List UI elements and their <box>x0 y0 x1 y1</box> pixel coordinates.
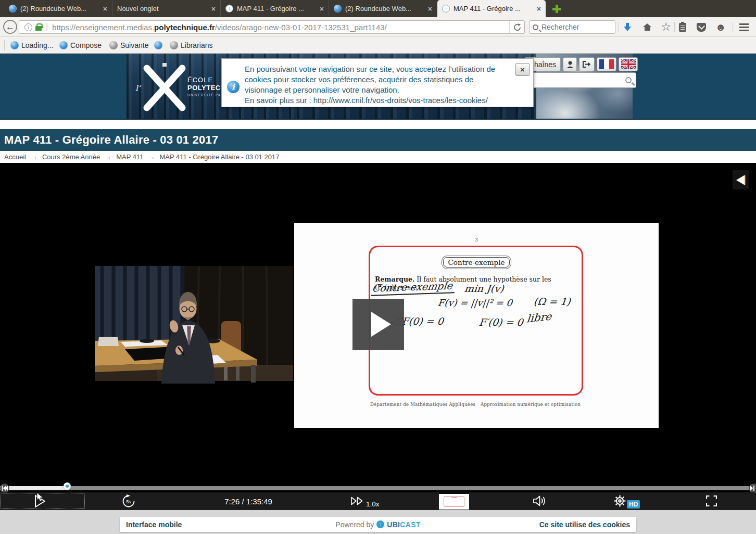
fast-forward-icon <box>351 497 363 505</box>
collapse-arrow-icon <box>734 173 748 187</box>
bookmark-loading[interactable]: Loading... <box>10 37 54 54</box>
arrow-icon: → <box>148 153 155 161</box>
seek-bar[interactable] <box>0 486 756 490</box>
breadcrumb-link[interactable]: MAP 411 <box>116 153 143 161</box>
big-play-button[interactable] <box>352 299 404 350</box>
smiley-icon: ☻ <box>715 22 726 32</box>
tab-roundcube-1[interactable]: (2) Roundcube Web... × <box>4 0 112 17</box>
account-button[interactable] <box>563 57 577 71</box>
slide-footer-right: Approximation numérique et optimisation <box>481 402 581 407</box>
cookie-notice: i En poursuivant votre navigation sur ce… <box>221 58 534 107</box>
time-display: 7:26 / 1:35:49 <box>207 492 290 510</box>
url-text[interactable]: https://enseignement.medias.polytechniqu… <box>52 23 507 32</box>
progress-handle[interactable] <box>64 482 71 490</box>
ubicast-favicon-icon: ↑ <box>442 5 450 12</box>
site-search-box[interactable] <box>524 72 636 88</box>
site-search-icon[interactable] <box>625 77 632 83</box>
bookmark-unnamed[interactable] <box>154 37 165 54</box>
slide-heading-box: Contre-exemple <box>294 257 659 268</box>
tab-close-icon[interactable]: × <box>428 5 432 13</box>
slide-video[interactable]: 3 Contre-exemple Remarque. Il faut absol… <box>294 223 659 428</box>
slide-thumbnail-button[interactable] <box>439 491 469 512</box>
footer-bar: Interface mobile Powered by ↑ UBICAST Ce… <box>120 517 636 532</box>
site-search-input[interactable] <box>529 76 625 84</box>
tab-map411-1[interactable]: ↑ MAP 411 - Grégoire ... × <box>221 0 329 17</box>
pocket-icon <box>697 23 706 32</box>
logout-button[interactable] <box>579 57 595 71</box>
speed-value[interactable]: 1.0x <box>366 500 380 508</box>
player-controls-bar: 5s 7:26 / 1:35:49 1.0x <box>0 492 756 510</box>
url-bar[interactable]: i | https://enseignement.medias.polytech… <box>19 20 525 34</box>
page-info-icon[interactable]: i <box>24 23 32 31</box>
hd-quality-badge[interactable]: HD <box>627 500 640 508</box>
toolbar-separator <box>674 22 675 32</box>
bookmark-compose[interactable]: Compose <box>59 37 102 54</box>
lecturer-scene <box>95 263 293 384</box>
skip-to-end-button[interactable] <box>749 484 756 493</box>
tab-roundcube-2[interactable]: (2) Roundcube Web... × <box>329 0 437 17</box>
rewind-5s-button[interactable]: 5s <box>122 494 135 508</box>
cookie-more-link[interactable]: En savoir plus sur : http://www.cnil.fr/… <box>245 95 512 106</box>
english-language-button[interactable] <box>619 57 638 71</box>
https-lock-icon <box>35 26 42 31</box>
playback-speed-button[interactable] <box>351 497 363 505</box>
browser-search-input[interactable] <box>541 23 599 31</box>
tab-close-icon[interactable]: × <box>320 5 324 13</box>
navigation-toolbar: ← i | https://enseignement.medias.polyte… <box>0 17 756 37</box>
ubicast-brand[interactable]: UBICAST <box>387 520 420 529</box>
breadcrumb-link[interactable]: Cours 2ème Année <box>42 153 100 161</box>
lecturer-video[interactable] <box>95 263 293 384</box>
globe-icon <box>154 41 162 49</box>
slide-page-number: 3 <box>294 237 659 243</box>
video-title-bar: MAP 411 - Grégoire Allaire - 03 01 2017 <box>0 129 756 151</box>
menu-button[interactable] <box>736 17 752 37</box>
svg-text:5s: 5s <box>127 499 131 504</box>
arrow-icon: → <box>105 153 111 161</box>
download-arrow-icon <box>624 23 631 31</box>
home-button[interactable] <box>640 17 654 37</box>
reload-button[interactable] <box>509 21 521 33</box>
volume-button[interactable] <box>533 495 547 507</box>
bookmark-star-button[interactable]: ☆ <box>659 17 673 37</box>
tab-nouvel-onglet[interactable]: Nouvel onglet × <box>112 0 221 17</box>
tab-close-icon[interactable]: × <box>211 5 216 13</box>
back-button[interactable]: ← <box>3 20 17 34</box>
ubicast-logo-icon: ↑ <box>376 520 384 528</box>
bookmark-suivante[interactable]: Suivante <box>109 37 148 54</box>
new-tab-button[interactable] <box>550 2 563 16</box>
uk-flag-icon <box>621 59 636 69</box>
star-icon: ☆ <box>661 21 671 33</box>
cookie-close-button[interactable]: × <box>515 63 530 76</box>
user-icon <box>566 60 574 69</box>
sidebar-toggle-button[interactable] <box>733 170 749 189</box>
tab-title: MAP 411 - Grégoire ... <box>453 5 533 12</box>
tab-bar: (2) Roundcube Web... × Nouvel onglet × ↑… <box>0 0 756 17</box>
french-flag-icon <box>599 59 614 69</box>
handwriting-constraint: F(v) = ||v||² = 0 <box>437 297 513 308</box>
downloads-button[interactable] <box>621 17 634 37</box>
tab-title: Nouvel onglet <box>117 5 208 12</box>
fullscreen-button[interactable] <box>706 495 717 506</box>
home-icon <box>643 23 651 31</box>
skip-to-start-button[interactable] <box>0 484 9 493</box>
video-player: 3 Contre-exemple Remarque. Il faut absol… <box>0 163 756 510</box>
bookmarks-bar: Loading... Compose Suivante Librarians <box>0 37 756 54</box>
globe-favicon-icon <box>9 5 17 12</box>
globe-favicon-icon <box>334 5 342 12</box>
pocket-button[interactable] <box>695 17 708 37</box>
progress-played <box>0 486 69 490</box>
page-title: MAP 411 - Grégoire Allaire - 03 01 2017 <box>4 133 218 147</box>
feedback-button[interactable]: ☻ <box>713 17 728 37</box>
bookmark-librarians[interactable]: Librarians <box>170 37 212 54</box>
settings-button[interactable] <box>613 494 626 507</box>
gear-icon <box>613 494 626 507</box>
handwriting-fprime: F′(0) = 0 <box>478 316 524 328</box>
bookmarks-menu-button[interactable] <box>676 17 689 37</box>
french-language-button[interactable] <box>597 57 616 71</box>
browser-search-box[interactable] <box>529 20 615 34</box>
tab-close-icon[interactable]: × <box>537 5 541 13</box>
tab-map411-active[interactable]: ↑ MAP 411 - Grégoire ... × <box>437 0 546 17</box>
polytechnique-logo[interactable]: l’ ÉCOLE POLYTECHNIQUE UNIVERSITÉ PARIS-… <box>134 61 228 113</box>
tab-close-icon[interactable]: × <box>103 5 107 13</box>
breadcrumb-home-link[interactable]: Accueil <box>4 153 26 161</box>
